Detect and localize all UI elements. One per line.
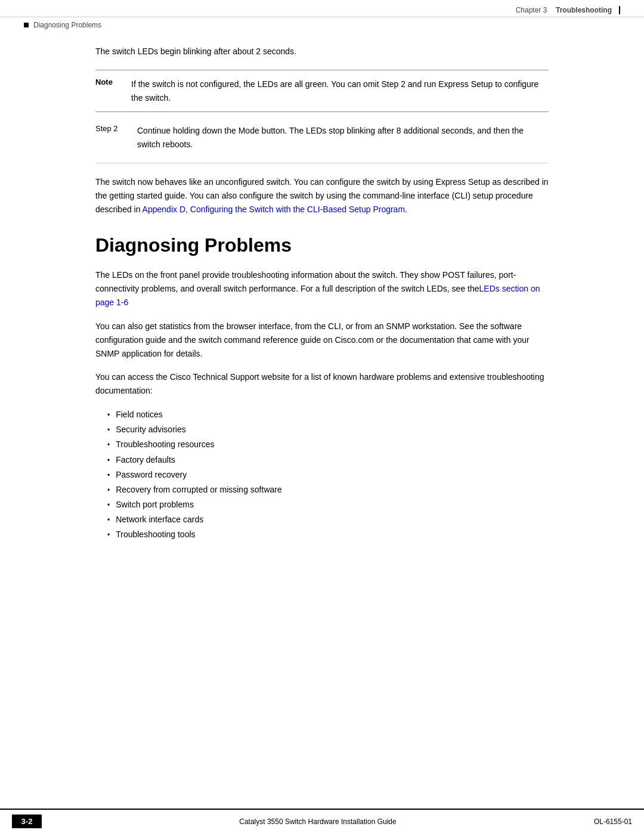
step2-row: Step 2 Continue holding down the Mode bu… <box>95 124 549 163</box>
list-item: Password recovery <box>107 467 549 482</box>
breadcrumb-label: Diagnosing Problems <box>33 21 101 29</box>
body-para1-text2: . <box>405 205 407 214</box>
step2-label: Step 2 <box>95 124 125 133</box>
list-item: Troubleshooting tools <box>107 527 549 542</box>
section-para1-text1: The LEDs on the front panel provide trou… <box>95 270 516 293</box>
section-para3: You can access the Cisco Technical Suppo… <box>95 370 549 398</box>
header-title: Troubleshooting <box>556 6 612 14</box>
footer-doc-number: OL-6155-01 <box>594 817 632 826</box>
list-item: Network interface cards <box>107 512 549 527</box>
bullet-list: Field noticesSecurity advisoriesTroubles… <box>107 407 549 543</box>
step2-text: Continue holding down the Mode button. T… <box>137 124 549 151</box>
header-rule <box>619 6 620 14</box>
list-item: Troubleshooting resources <box>107 437 549 452</box>
list-item: Field notices <box>107 407 549 422</box>
section-para1: The LEDs on the front panel provide trou… <box>95 268 549 309</box>
note-label: Note <box>95 78 119 86</box>
list-item: Recovery from corrupted or missing softw… <box>107 482 549 497</box>
header-chapter: Chapter 3 <box>516 6 547 14</box>
page-footer: 3-2 Catalyst 3550 Switch Hardware Instal… <box>0 809 644 833</box>
appendix-d-link[interactable]: Appendix D, Configuring the Switch with … <box>143 205 405 214</box>
note-text: If the switch is not configured, the LED… <box>131 78 549 104</box>
list-item: Security advisories <box>107 422 549 437</box>
section-para2: You can also get statistics from the bro… <box>95 320 549 361</box>
page-number: 3-2 <box>12 815 42 828</box>
breadcrumb: Diagnosing Problems <box>0 17 644 33</box>
main-content: The switch LEDs begin blinking after abo… <box>0 33 644 809</box>
page-header: Chapter 3 Troubleshooting <box>0 0 644 17</box>
page-container: Chapter 3 Troubleshooting Diagnosing Pro… <box>0 0 644 833</box>
list-item: Factory defaults <box>107 453 549 467</box>
header-right: Chapter 3 Troubleshooting <box>516 6 620 14</box>
note-box: Note If the switch is not configured, th… <box>95 70 549 112</box>
list-item: Switch port problems <box>107 497 549 512</box>
section-heading: Diagnosing Problems <box>95 234 549 256</box>
footer-doc-title: Catalyst 3550 Switch Hardware Installati… <box>239 817 396 826</box>
breadcrumb-icon <box>24 23 29 27</box>
header-separator <box>549 6 553 14</box>
body-para1: The switch now behaves like an unconfigu… <box>95 175 549 216</box>
intro-sentence: The switch LEDs begin blinking after abo… <box>95 45 549 58</box>
